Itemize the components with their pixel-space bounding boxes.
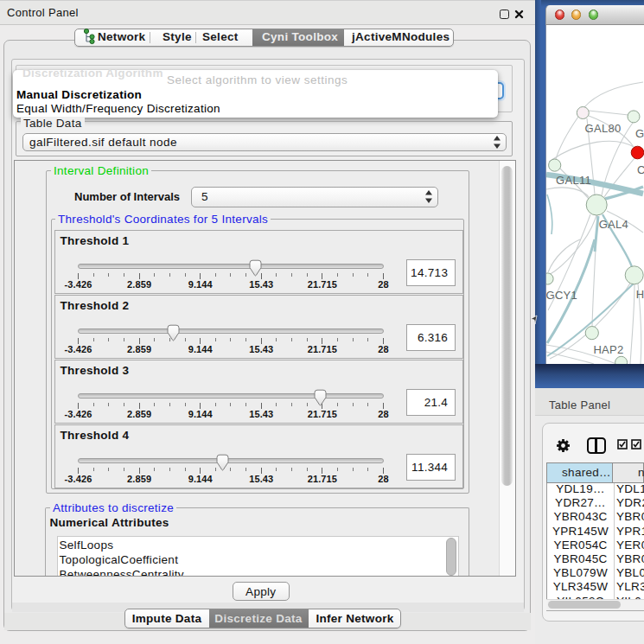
svg-text:GAL80: GAL80 — [585, 122, 622, 135]
svg-text:H: H — [636, 288, 644, 301]
svg-text:C: C — [637, 163, 644, 176]
svg-text:GAL11: GAL11 — [556, 174, 591, 187]
svg-text:HAP2: HAP2 — [593, 343, 623, 356]
svg-text:GAL4: GAL4 — [599, 218, 628, 231]
svg-text:G.: G. — [635, 127, 644, 140]
svg-text:GCY1: GCY1 — [546, 289, 577, 302]
